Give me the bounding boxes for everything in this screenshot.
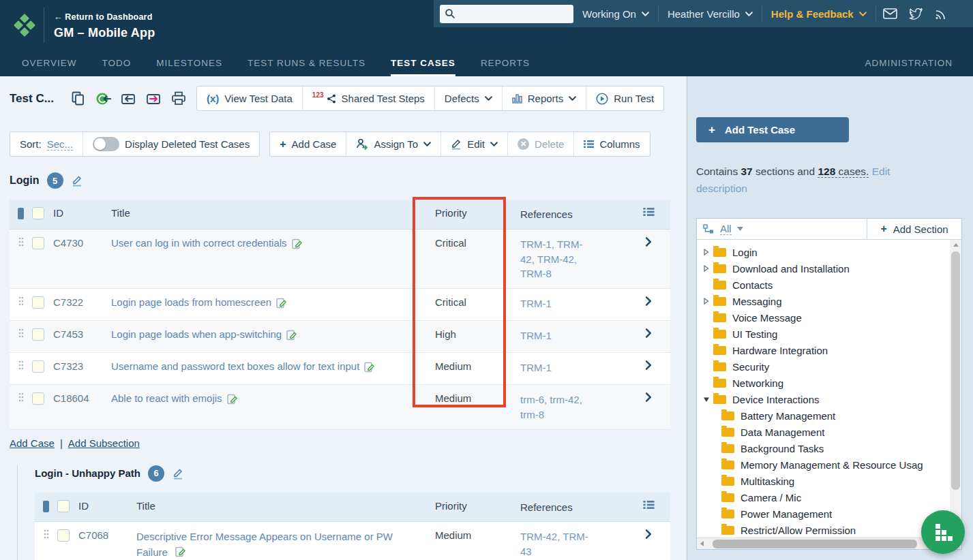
tree-item-ui-testing[interactable]: UI Testing <box>700 326 950 342</box>
twitter-icon[interactable] <box>909 8 923 20</box>
sort-value-link[interactable]: Sec... <box>47 138 73 151</box>
shared-test-steps-button[interactable]: 123 Shared Test Steps <box>302 87 434 110</box>
working-on-menu[interactable]: Working On <box>582 8 649 20</box>
add-case-link[interactable]: Add Case <box>10 437 55 449</box>
drag-handle-icon[interactable] <box>44 529 49 539</box>
open-case-chevron-icon[interactable] <box>646 328 652 338</box>
tree-item-networking[interactable]: Networking <box>700 375 950 391</box>
select-column-icon[interactable] <box>43 501 49 512</box>
mail-icon[interactable] <box>883 8 897 19</box>
tree-filter-control[interactable]: All <box>697 219 867 239</box>
case-title-link[interactable]: Login page loads when app-switching <box>111 328 282 340</box>
edit-case-icon[interactable] <box>286 330 297 341</box>
open-case-chevron-icon[interactable] <box>646 360 652 370</box>
tab-reports[interactable]: REPORTS <box>481 50 530 76</box>
row-checkbox[interactable] <box>32 296 44 309</box>
expander-expanded-icon[interactable] <box>703 396 710 403</box>
tree-item-power-management[interactable]: Power Management <box>700 505 950 522</box>
rss-icon[interactable] <box>934 8 946 19</box>
row-checkbox[interactable] <box>32 360 44 373</box>
case-references-link[interactable]: TRM-1 <box>520 330 552 341</box>
scrollbar-thumb[interactable] <box>713 540 917 548</box>
user-menu[interactable]: Heather Vercillo <box>668 8 753 20</box>
expander-collapsed-icon[interactable] <box>703 298 709 305</box>
add-test-case-button[interactable]: + Add Test Case <box>696 117 849 142</box>
display-deleted-toggle[interactable] <box>93 137 119 151</box>
defects-dropdown[interactable]: Defects <box>434 87 502 110</box>
assign-to-dropdown[interactable]: Assign To <box>346 132 440 156</box>
edit-case-icon[interactable] <box>276 298 286 309</box>
table-row[interactable]: C18604 Able to react with emojis Medium … <box>10 385 670 430</box>
case-references-link[interactable]: TRM-1, TRM-42, TRM-42, TRM-8 <box>520 238 582 280</box>
case-title-link[interactable]: Able to react with emojis <box>111 392 222 404</box>
expander-collapsed-icon[interactable] <box>703 265 709 272</box>
table-row[interactable]: C7323 Username and password text boxes a… <box>10 353 670 385</box>
reports-dropdown[interactable]: Reports <box>502 87 586 110</box>
tree-vertical-scrollbar[interactable] <box>950 240 961 538</box>
edit-section-icon[interactable] <box>172 467 183 480</box>
open-case-chevron-icon[interactable] <box>646 392 652 402</box>
open-case-chevron-icon[interactable] <box>646 237 652 247</box>
tree-item-restrict-allow-permission[interactable]: Restrict/Allow Permission <box>700 522 950 538</box>
export-icon[interactable] <box>145 91 162 107</box>
tab-administration[interactable]: ADMINISTRATION <box>865 50 953 76</box>
tree-item-battery-management[interactable]: Battery Management <box>700 407 950 424</box>
tree-horizontal-scrollbar[interactable] <box>697 538 961 549</box>
app-logo-icon[interactable] <box>15 14 35 37</box>
add-section-button[interactable]: + Add Section <box>867 219 961 239</box>
columns-button[interactable]: Columns <box>573 132 649 156</box>
drag-handle-icon[interactable] <box>18 392 24 402</box>
tree-item-messaging[interactable]: Messaging <box>700 293 950 309</box>
tree-item-memory-management[interactable]: Memory Management & Resource Usag <box>700 456 950 473</box>
drag-handle-icon[interactable] <box>18 296 24 306</box>
open-case-chevron-icon[interactable] <box>646 296 652 306</box>
table-row[interactable]: C4730 User can log in with correct crede… <box>10 230 670 289</box>
copy-icon[interactable] <box>70 91 86 107</box>
tab-test-runs-results[interactable]: TEST RUNS & RESULTS <box>248 50 365 76</box>
case-title-link[interactable]: Login page loads from homescreen <box>111 296 271 308</box>
drag-handle-icon[interactable] <box>18 360 24 370</box>
import-to-section-icon[interactable] <box>120 91 136 107</box>
scroll-left-arrow[interactable] <box>697 541 707 546</box>
case-references-link[interactable]: TRM-1 <box>520 298 552 309</box>
edit-case-icon[interactable] <box>175 546 185 557</box>
add-subsection-link[interactable]: Add Subsection <box>68 437 140 449</box>
edit-case-icon[interactable] <box>227 394 237 405</box>
case-references-link[interactable]: TRM-1 <box>520 362 552 373</box>
return-to-dashboard-link[interactable]: ← Return to Dashboard <box>54 12 155 22</box>
tree-item-security[interactable]: Security <box>700 358 950 375</box>
table-row[interactable]: C7453 Login page loads when app-switchin… <box>10 321 670 353</box>
quick-actions-fab[interactable] <box>921 510 965 554</box>
table-row[interactable]: C7068 Descriptive Error Message Appears … <box>35 522 670 560</box>
tab-test-cases[interactable]: TEST CASES <box>391 50 455 76</box>
edit-case-icon[interactable] <box>292 238 302 249</box>
edit-dropdown[interactable]: Edit <box>440 132 507 156</box>
row-checkbox[interactable] <box>57 529 70 542</box>
search-input[interactable] <box>455 8 579 19</box>
sort-control[interactable]: Sort: Sec... <box>10 132 83 156</box>
tree-item-data-management[interactable]: Data Management <box>700 424 950 440</box>
search-box[interactable] <box>440 5 573 23</box>
tree-item-background-tasks[interactable]: Background Tasks <box>700 440 950 456</box>
row-checkbox[interactable] <box>32 237 44 249</box>
drag-handle-icon[interactable] <box>18 237 24 247</box>
row-checkbox[interactable] <box>32 328 44 341</box>
expander-collapsed-icon[interactable] <box>703 249 709 255</box>
print-icon[interactable] <box>170 91 187 107</box>
case-title-link[interactable]: Username and password text boxes allow f… <box>111 360 359 372</box>
help-feedback-menu[interactable]: Help & Feedback <box>771 8 867 20</box>
open-case-chevron-icon[interactable] <box>646 529 652 539</box>
scrollbar-thumb[interactable] <box>951 251 960 490</box>
case-references-link[interactable]: TRM-42, TRM-43 <box>520 531 588 557</box>
scroll-up-arrow[interactable] <box>950 240 961 250</box>
edit-section-icon[interactable] <box>71 174 83 187</box>
case-references-link[interactable]: trm-6, trm-42, trm-8 <box>520 394 582 420</box>
view-test-data-button[interactable]: (x) View Test Data <box>197 87 302 110</box>
tree-item-download-installation[interactable]: Download and Installation <box>700 260 950 277</box>
delete-button[interactable]: ✕ Delete <box>507 132 573 156</box>
row-checkbox[interactable] <box>32 392 44 405</box>
table-row[interactable]: C7322 Login page loads from homescreen C… <box>10 289 670 321</box>
run-test-button[interactable]: Run Test <box>586 87 663 110</box>
tree-item-contacts[interactable]: Contacts <box>700 277 950 293</box>
import-cases-icon[interactable] <box>95 91 111 107</box>
